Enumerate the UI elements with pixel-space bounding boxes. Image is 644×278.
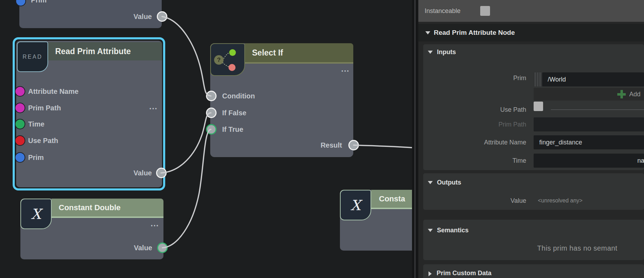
constant-x-icon: X (20, 199, 52, 229)
instanceable-checkbox[interactable] (480, 6, 490, 16)
node-graph-canvas[interactable]: Prim Value Read Prim Attribute READ ••• … (0, 0, 412, 278)
collapse-arrow-icon[interactable] (428, 181, 433, 184)
outputs-title: Outputs (437, 179, 461, 186)
node-read-prim-attribute[interactable]: Read Prim Attribute READ ••• Attribute N… (16, 41, 162, 187)
plus-icon[interactable] (616, 89, 627, 99)
node-menu-icon[interactable]: ••• (149, 106, 158, 111)
port-label-prim: Prim (31, 0, 46, 5)
omnigraph-editor: { "graph": { "top_node": { "input_label"… (0, 0, 644, 278)
use-path-label: Use Path (423, 105, 526, 114)
splitter-grip[interactable] (414, 0, 416, 278)
value-unresolved-text: <unresolved any> (538, 198, 582, 204)
add-target-row: Add (534, 88, 644, 101)
prim-field[interactable]: /World (542, 72, 644, 86)
section-title: Read Prim Attribute Node (434, 24, 515, 41)
node-title: Read Prim Attribute (48, 42, 162, 60)
port-label-value: Value (134, 12, 152, 21)
time-field[interactable]: nan (534, 154, 644, 168)
node-header[interactable]: Read Prim Attribute (48, 42, 162, 60)
node-constant-partial[interactable]: Consta X (340, 190, 424, 251)
node-menu-icon[interactable]: ••• (341, 69, 350, 73)
section-inputs: Inputs Prim /World Add Use Path Prim Pat… (423, 44, 644, 170)
prim-value: /World (548, 72, 566, 86)
prim-path-label: Prim Path (423, 120, 526, 129)
port-attribute-name[interactable] (15, 86, 25, 97)
false-dot-icon (228, 64, 236, 71)
prim-custom-data-title: Prim Custom Data (437, 270, 491, 277)
port-use-path[interactable] (15, 135, 25, 146)
port-prim-path[interactable] (15, 103, 25, 113)
question-icon: ? (214, 55, 224, 65)
port-label: Prim (28, 153, 44, 162)
node-menu-icon[interactable]: ••• (151, 223, 159, 228)
attribute-name-field[interactable]: finger_distance (534, 135, 644, 149)
port-label: If False (222, 108, 246, 117)
semantics-title: Semantics (437, 227, 469, 234)
panel-splitter[interactable] (412, 0, 418, 278)
port-time[interactable] (15, 119, 25, 129)
constant-x-icon: X (340, 190, 371, 220)
section-prim-custom-data: Prim Custom Data (423, 264, 644, 278)
time-value: nan (637, 154, 644, 168)
property-panel: Instanceable Read Prim Attribute Node In… (418, 0, 644, 278)
prim-path-field[interactable] (534, 117, 644, 131)
node-title: Constant Double (52, 199, 163, 216)
expand-arrow-icon[interactable] (429, 271, 432, 276)
read-badge-icon: READ (17, 41, 48, 72)
prim-label: Prim (423, 74, 526, 82)
port-label-result: Result (321, 141, 342, 150)
inputs-title: Inputs (437, 49, 456, 56)
collapse-arrow-icon[interactable] (425, 31, 430, 34)
port-label: Use Path (28, 136, 58, 145)
node-select-if[interactable]: Select If ? ••• Condition If False If Tr… (210, 43, 353, 157)
node-constant-double[interactable]: Constant Double X ••• Value (20, 199, 163, 259)
select-if-icon: ? (210, 43, 245, 76)
attribute-name-value: finger_distance (539, 135, 582, 149)
instanceable-row: Instanceable (418, 0, 644, 22)
attribute-name-label: Attribute Name (423, 138, 526, 147)
use-path-divider (551, 109, 644, 110)
section-semantics: Semantics This prim has no semant (423, 220, 644, 260)
prim-drag-handle-icon[interactable] (534, 72, 542, 86)
node-partial-top[interactable]: Prim Value (19, 0, 162, 28)
node-title: Select If (245, 43, 353, 62)
collapse-arrow-icon[interactable] (428, 229, 433, 232)
value-label: Value (423, 196, 526, 205)
collapse-arrow-icon[interactable] (428, 51, 433, 54)
port-label: If True (222, 125, 243, 134)
add-button[interactable]: Add (629, 88, 640, 101)
use-path-checkbox[interactable] (534, 102, 543, 111)
instanceable-label: Instanceable (425, 0, 461, 22)
port-label: Condition (222, 91, 255, 101)
node-header[interactable]: Constant Double (52, 199, 163, 218)
wire-value-to-condition[interactable] (162, 17, 211, 96)
wire-result-out[interactable] (354, 145, 412, 148)
time-label: Time (423, 156, 526, 165)
port-label: Attribute Name (28, 87, 78, 96)
port-label-value: Value (134, 243, 152, 252)
port-label: Prim Path (28, 103, 61, 112)
section-outputs: Outputs Value <unresolved any> (423, 173, 644, 210)
port-label-value: Value (134, 168, 152, 177)
section-read-prim-attribute-node[interactable]: Read Prim Attribute Node (418, 24, 644, 41)
port-prim[interactable] (15, 152, 25, 163)
wire-value-to-if-true[interactable] (162, 129, 211, 248)
true-dot-icon (229, 49, 236, 56)
node-header[interactable]: Select If (245, 43, 353, 64)
port-label: Time (28, 119, 44, 129)
port-prim-input[interactable] (15, 0, 26, 6)
semantics-empty-message: This prim has no semant (537, 244, 617, 252)
